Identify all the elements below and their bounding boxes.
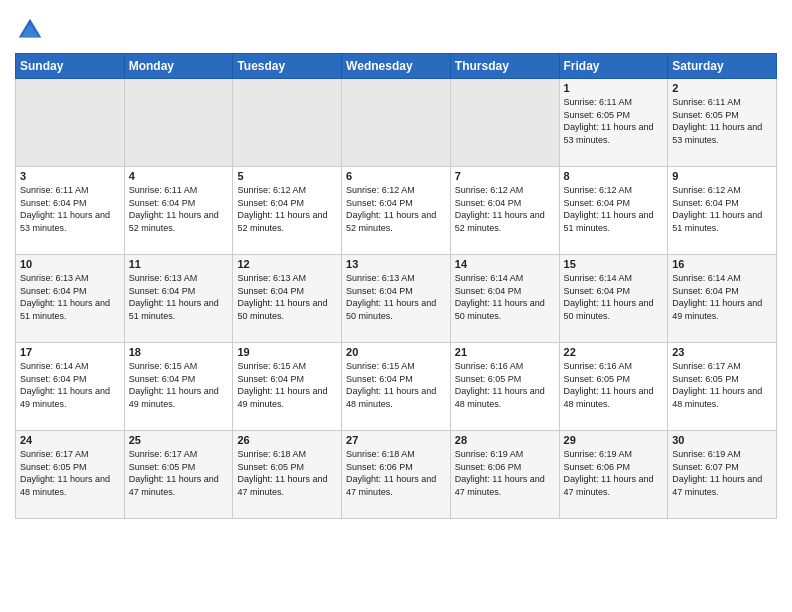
weekday-header-tuesday: Tuesday	[233, 54, 342, 79]
day-number: 15	[564, 258, 664, 270]
day-cell: 29Sunrise: 6:19 AMSunset: 6:06 PMDayligh…	[559, 431, 668, 519]
day-number: 6	[346, 170, 446, 182]
day-info: Sunrise: 6:16 AMSunset: 6:05 PMDaylight:…	[455, 360, 555, 410]
day-info: Sunrise: 6:15 AMSunset: 6:04 PMDaylight:…	[346, 360, 446, 410]
day-cell: 20Sunrise: 6:15 AMSunset: 6:04 PMDayligh…	[342, 343, 451, 431]
day-number: 20	[346, 346, 446, 358]
week-row-5: 24Sunrise: 6:17 AMSunset: 6:05 PMDayligh…	[16, 431, 777, 519]
day-info: Sunrise: 6:11 AMSunset: 6:05 PMDaylight:…	[564, 96, 664, 146]
day-cell: 8Sunrise: 6:12 AMSunset: 6:04 PMDaylight…	[559, 167, 668, 255]
day-number: 17	[20, 346, 120, 358]
day-number: 26	[237, 434, 337, 446]
day-cell: 11Sunrise: 6:13 AMSunset: 6:04 PMDayligh…	[124, 255, 233, 343]
day-cell: 19Sunrise: 6:15 AMSunset: 6:04 PMDayligh…	[233, 343, 342, 431]
day-number: 2	[672, 82, 772, 94]
header	[15, 10, 777, 45]
page: SundayMondayTuesdayWednesdayThursdayFrid…	[0, 0, 792, 612]
day-cell: 14Sunrise: 6:14 AMSunset: 6:04 PMDayligh…	[450, 255, 559, 343]
day-number: 22	[564, 346, 664, 358]
day-cell: 25Sunrise: 6:17 AMSunset: 6:05 PMDayligh…	[124, 431, 233, 519]
day-number: 30	[672, 434, 772, 446]
weekday-header-friday: Friday	[559, 54, 668, 79]
day-info: Sunrise: 6:13 AMSunset: 6:04 PMDaylight:…	[237, 272, 337, 322]
day-cell: 26Sunrise: 6:18 AMSunset: 6:05 PMDayligh…	[233, 431, 342, 519]
day-number: 13	[346, 258, 446, 270]
day-info: Sunrise: 6:13 AMSunset: 6:04 PMDaylight:…	[20, 272, 120, 322]
day-cell: 10Sunrise: 6:13 AMSunset: 6:04 PMDayligh…	[16, 255, 125, 343]
day-cell: 4Sunrise: 6:11 AMSunset: 6:04 PMDaylight…	[124, 167, 233, 255]
calendar-header: SundayMondayTuesdayWednesdayThursdayFrid…	[16, 54, 777, 79]
day-cell	[124, 79, 233, 167]
day-info: Sunrise: 6:15 AMSunset: 6:04 PMDaylight:…	[237, 360, 337, 410]
day-number: 10	[20, 258, 120, 270]
day-cell: 12Sunrise: 6:13 AMSunset: 6:04 PMDayligh…	[233, 255, 342, 343]
day-info: Sunrise: 6:13 AMSunset: 6:04 PMDaylight:…	[346, 272, 446, 322]
day-number: 11	[129, 258, 229, 270]
day-number: 7	[455, 170, 555, 182]
day-info: Sunrise: 6:11 AMSunset: 6:05 PMDaylight:…	[672, 96, 772, 146]
week-row-2: 3Sunrise: 6:11 AMSunset: 6:04 PMDaylight…	[16, 167, 777, 255]
day-info: Sunrise: 6:14 AMSunset: 6:04 PMDaylight:…	[20, 360, 120, 410]
day-cell: 5Sunrise: 6:12 AMSunset: 6:04 PMDaylight…	[233, 167, 342, 255]
day-number: 25	[129, 434, 229, 446]
day-info: Sunrise: 6:16 AMSunset: 6:05 PMDaylight:…	[564, 360, 664, 410]
day-info: Sunrise: 6:12 AMSunset: 6:04 PMDaylight:…	[237, 184, 337, 234]
day-number: 24	[20, 434, 120, 446]
day-cell: 24Sunrise: 6:17 AMSunset: 6:05 PMDayligh…	[16, 431, 125, 519]
day-cell: 27Sunrise: 6:18 AMSunset: 6:06 PMDayligh…	[342, 431, 451, 519]
day-number: 4	[129, 170, 229, 182]
day-number: 18	[129, 346, 229, 358]
day-cell: 23Sunrise: 6:17 AMSunset: 6:05 PMDayligh…	[668, 343, 777, 431]
day-number: 5	[237, 170, 337, 182]
day-cell: 18Sunrise: 6:15 AMSunset: 6:04 PMDayligh…	[124, 343, 233, 431]
day-number: 23	[672, 346, 772, 358]
day-number: 8	[564, 170, 664, 182]
day-info: Sunrise: 6:13 AMSunset: 6:04 PMDaylight:…	[129, 272, 229, 322]
day-info: Sunrise: 6:17 AMSunset: 6:05 PMDaylight:…	[129, 448, 229, 498]
day-number: 19	[237, 346, 337, 358]
day-cell: 22Sunrise: 6:16 AMSunset: 6:05 PMDayligh…	[559, 343, 668, 431]
day-cell: 30Sunrise: 6:19 AMSunset: 6:07 PMDayligh…	[668, 431, 777, 519]
logo-icon	[15, 15, 45, 45]
day-info: Sunrise: 6:19 AMSunset: 6:06 PMDaylight:…	[455, 448, 555, 498]
weekday-header-saturday: Saturday	[668, 54, 777, 79]
day-cell: 28Sunrise: 6:19 AMSunset: 6:06 PMDayligh…	[450, 431, 559, 519]
day-number: 29	[564, 434, 664, 446]
day-info: Sunrise: 6:17 AMSunset: 6:05 PMDaylight:…	[672, 360, 772, 410]
day-cell	[233, 79, 342, 167]
week-row-3: 10Sunrise: 6:13 AMSunset: 6:04 PMDayligh…	[16, 255, 777, 343]
weekday-header-sunday: Sunday	[16, 54, 125, 79]
week-row-1: 1Sunrise: 6:11 AMSunset: 6:05 PMDaylight…	[16, 79, 777, 167]
weekday-row: SundayMondayTuesdayWednesdayThursdayFrid…	[16, 54, 777, 79]
day-info: Sunrise: 6:12 AMSunset: 6:04 PMDaylight:…	[346, 184, 446, 234]
day-number: 3	[20, 170, 120, 182]
day-number: 9	[672, 170, 772, 182]
day-cell: 16Sunrise: 6:14 AMSunset: 6:04 PMDayligh…	[668, 255, 777, 343]
calendar-body: 1Sunrise: 6:11 AMSunset: 6:05 PMDaylight…	[16, 79, 777, 519]
week-row-4: 17Sunrise: 6:14 AMSunset: 6:04 PMDayligh…	[16, 343, 777, 431]
day-number: 28	[455, 434, 555, 446]
day-number: 27	[346, 434, 446, 446]
day-info: Sunrise: 6:19 AMSunset: 6:07 PMDaylight:…	[672, 448, 772, 498]
day-cell: 2Sunrise: 6:11 AMSunset: 6:05 PMDaylight…	[668, 79, 777, 167]
day-info: Sunrise: 6:14 AMSunset: 6:04 PMDaylight:…	[455, 272, 555, 322]
day-info: Sunrise: 6:18 AMSunset: 6:06 PMDaylight:…	[346, 448, 446, 498]
day-cell: 9Sunrise: 6:12 AMSunset: 6:04 PMDaylight…	[668, 167, 777, 255]
day-cell	[450, 79, 559, 167]
day-cell: 15Sunrise: 6:14 AMSunset: 6:04 PMDayligh…	[559, 255, 668, 343]
calendar: SundayMondayTuesdayWednesdayThursdayFrid…	[15, 53, 777, 519]
day-info: Sunrise: 6:12 AMSunset: 6:04 PMDaylight:…	[455, 184, 555, 234]
day-info: Sunrise: 6:17 AMSunset: 6:05 PMDaylight:…	[20, 448, 120, 498]
logo	[15, 15, 47, 45]
day-info: Sunrise: 6:19 AMSunset: 6:06 PMDaylight:…	[564, 448, 664, 498]
day-cell: 3Sunrise: 6:11 AMSunset: 6:04 PMDaylight…	[16, 167, 125, 255]
day-info: Sunrise: 6:18 AMSunset: 6:05 PMDaylight:…	[237, 448, 337, 498]
day-cell: 21Sunrise: 6:16 AMSunset: 6:05 PMDayligh…	[450, 343, 559, 431]
day-cell	[342, 79, 451, 167]
day-cell: 13Sunrise: 6:13 AMSunset: 6:04 PMDayligh…	[342, 255, 451, 343]
day-info: Sunrise: 6:14 AMSunset: 6:04 PMDaylight:…	[672, 272, 772, 322]
day-cell: 17Sunrise: 6:14 AMSunset: 6:04 PMDayligh…	[16, 343, 125, 431]
day-info: Sunrise: 6:15 AMSunset: 6:04 PMDaylight:…	[129, 360, 229, 410]
day-info: Sunrise: 6:12 AMSunset: 6:04 PMDaylight:…	[564, 184, 664, 234]
weekday-header-wednesday: Wednesday	[342, 54, 451, 79]
